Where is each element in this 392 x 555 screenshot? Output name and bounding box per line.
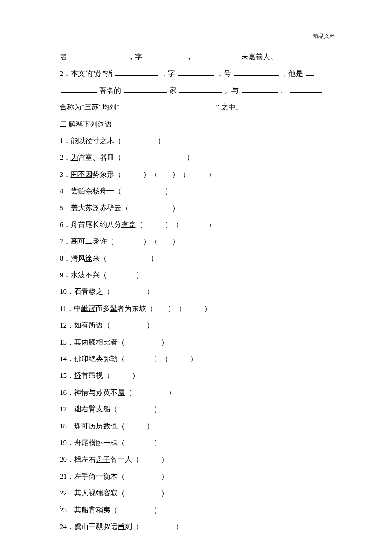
underlined-term: 贻 xyxy=(78,187,85,195)
item-number: 6． xyxy=(60,221,71,229)
item-number: 7． xyxy=(60,237,71,245)
blank xyxy=(196,51,238,59)
underlined-term: 夷 xyxy=(103,506,110,514)
blank xyxy=(115,68,158,76)
footer-dot: . xyxy=(60,502,61,509)
underlined-term: 诎 xyxy=(74,405,81,413)
list-item: 20．楫左右舟子各一人（ ） xyxy=(60,451,337,467)
text: 清风 xyxy=(71,254,85,262)
answer-blank: 者为东坡（ ）（ ） xyxy=(117,305,211,313)
text: 末嘉善人。 xyxy=(241,53,277,61)
item-number: 23． xyxy=(60,506,74,514)
text: 著名的 xyxy=(99,86,121,95)
underlined-term: 兴 xyxy=(92,271,100,279)
underlined-term: 许 xyxy=(100,237,107,245)
text: 。与 xyxy=(224,86,239,95)
underlined-term: 为 xyxy=(71,153,78,161)
item-number: 1． xyxy=(60,137,71,145)
item-number: 14． xyxy=(60,355,74,363)
text: 楫左右 xyxy=(74,455,96,463)
item-number: 3． xyxy=(60,170,71,178)
underlined-term: 径寸 xyxy=(85,137,100,145)
underlined-term: 绝类 xyxy=(89,355,103,363)
text: 能以 xyxy=(71,137,85,145)
text: 舟尾横卧一 xyxy=(74,439,110,447)
item-number: 8． xyxy=(60,254,71,262)
text: 佛印 xyxy=(74,355,89,363)
list-item: 18．珠可历历数也（ ） xyxy=(60,418,337,434)
list-item: 24．虞山王毅叔远甫刻（ ） xyxy=(60,519,337,535)
list-item: 12．如有所语（ ） xyxy=(60,317,337,333)
answer-blank: （ ）（ ） xyxy=(107,237,179,245)
text: 舟首尾长约八分 xyxy=(71,221,121,229)
underlined-term: 泛 xyxy=(92,204,100,212)
blank xyxy=(290,85,322,93)
list-item: 4．尝贻余核舟一（ ） xyxy=(60,183,337,199)
header-label: 精品文档 xyxy=(313,32,335,40)
list-item: 14．佛印绝类弥勒（ ）（ ） xyxy=(60,351,337,367)
answer-blank: 右臂支船（ ） xyxy=(81,405,161,413)
text: 其两膝相 xyxy=(74,338,103,346)
item-number: 12． xyxy=(60,321,74,329)
text: ，号 xyxy=(216,69,231,78)
text: 高 xyxy=(71,237,78,245)
list-item: 3．罔不因势象形（ ）（ ）（ ） xyxy=(60,167,337,182)
list-item: 21．左手倚一衡木（ ） xyxy=(60,469,337,484)
underlined-term: 寂 xyxy=(110,489,118,497)
blank xyxy=(124,85,167,93)
text: ， xyxy=(186,53,193,61)
text: 中 xyxy=(74,305,81,313)
list-item: 5．盖大苏泛赤壁云（ ） xyxy=(60,200,337,216)
blank xyxy=(178,68,214,76)
answer-blank: 刻（ ） xyxy=(125,523,183,531)
text: ，字 xyxy=(128,53,142,61)
underlined-term: 楫 xyxy=(110,439,118,447)
underlined-term: 比 xyxy=(103,338,110,346)
blank xyxy=(306,68,314,76)
item-number: 11． xyxy=(60,305,74,313)
answer-blank: （ ） xyxy=(110,506,161,514)
underlined-term: 甫 xyxy=(118,523,125,531)
text: 二黍 xyxy=(85,237,100,245)
underlined-term: 舟子 xyxy=(96,455,110,463)
item-number: 20． xyxy=(60,455,74,463)
underlined-term: 徐 xyxy=(85,254,92,262)
list-item: 23．其船背稍夷（ ） xyxy=(60,502,337,518)
blank xyxy=(145,51,183,59)
list-item: 8．清风徐来（ ） xyxy=(60,250,337,266)
answer-blank: 各一人（ ） xyxy=(110,455,168,463)
item-number: 24． xyxy=(60,523,74,531)
blank xyxy=(179,85,222,93)
underlined-term: 矫 xyxy=(74,371,81,380)
answer-blank: （ ） xyxy=(100,271,143,279)
answer-blank: （ ） xyxy=(118,439,161,447)
text: 水波不 xyxy=(71,271,92,279)
document-content: 者 ，字 ， 末嘉善人。 2．本文的"苏"指 ，字 ，号 ，他是 著名的 家 。… xyxy=(60,49,337,535)
list-item: 16．神情与苏黄不属（ ） xyxy=(60,385,337,400)
answer-blank: （ ） xyxy=(125,388,176,397)
list-item: 22．其人视端容寂（ ） xyxy=(60,485,337,501)
text: 家 xyxy=(169,86,176,95)
answer-blank: 来（ ） xyxy=(92,254,158,262)
text: 石青糁之（ ） xyxy=(74,288,154,296)
text: 、 xyxy=(280,86,288,95)
list-item: 17．诎右臂支船（ ） xyxy=(60,401,337,417)
item-number: 16． xyxy=(60,388,74,397)
answer-blank: （ ）（ ） xyxy=(136,221,216,229)
blank xyxy=(69,51,125,59)
list-item: 10．石青糁之（ ） xyxy=(60,284,337,299)
underlined-term: 语 xyxy=(96,321,103,329)
item-number: 22． xyxy=(60,489,74,497)
underlined-term: 髯 xyxy=(110,305,117,313)
text: 2．本文的"苏"指 xyxy=(60,69,115,78)
list-item: 1．能以径寸之木（ ） xyxy=(60,133,337,149)
text: 者 xyxy=(60,53,67,61)
text: 尝 xyxy=(71,187,78,195)
item-number: 4． xyxy=(60,187,71,195)
item-number: 2． xyxy=(60,153,71,161)
text: ，他是 xyxy=(281,69,303,78)
item-number: 13． xyxy=(60,338,74,346)
list-item: 7．高可二黍许（ ）（ ） xyxy=(60,233,337,249)
item-number: 10． xyxy=(60,288,74,296)
list-item: 19．舟尾横卧一楫（ ） xyxy=(60,435,337,451)
